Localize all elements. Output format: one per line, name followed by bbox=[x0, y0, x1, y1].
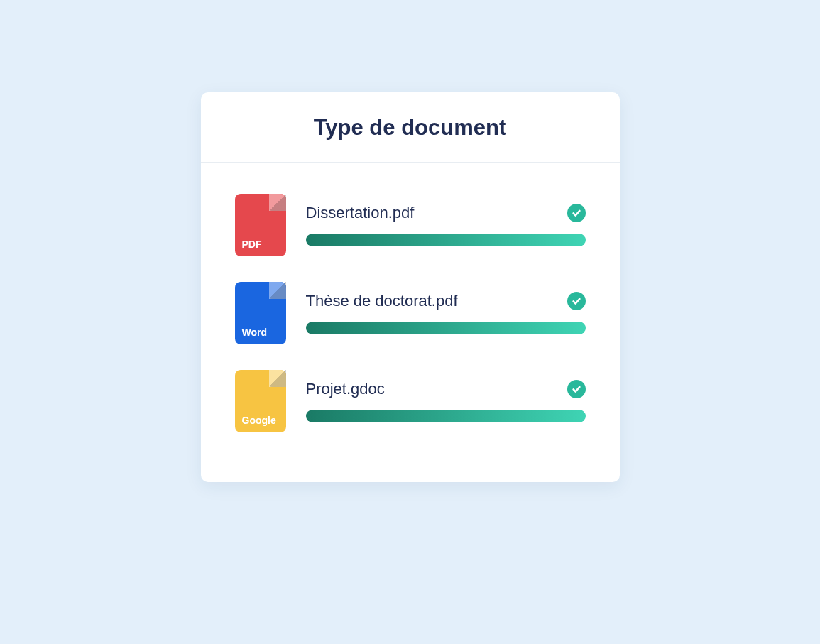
pdf-file-icon: PDF bbox=[235, 194, 286, 256]
check-icon bbox=[567, 204, 586, 222]
file-info: Projet.gdoc bbox=[306, 380, 586, 422]
word-file-icon: Word bbox=[235, 282, 286, 344]
file-info: Dissertation.pdf bbox=[306, 204, 586, 246]
file-top-row: Projet.gdoc bbox=[306, 380, 586, 398]
file-type-label: Word bbox=[242, 327, 268, 337]
file-type-label: PDF bbox=[242, 239, 262, 249]
file-row: Google Projet.gdoc bbox=[235, 370, 586, 432]
check-icon bbox=[567, 292, 586, 310]
folded-corner-icon bbox=[269, 194, 286, 211]
card-body: PDF Dissertation.pdf Word Thèse de doct bbox=[201, 163, 620, 482]
folded-corner-icon bbox=[269, 282, 286, 299]
progress-bar bbox=[306, 234, 586, 246]
file-name: Thèse de doctorat.pdf bbox=[306, 292, 458, 310]
document-type-card: Type de document PDF Dissertation.pdf bbox=[201, 92, 620, 482]
file-type-label: Google bbox=[242, 415, 276, 425]
folded-corner-icon bbox=[269, 370, 286, 387]
progress-bar bbox=[306, 410, 586, 422]
file-row: PDF Dissertation.pdf bbox=[235, 194, 586, 256]
card-header: Type de document bbox=[201, 92, 620, 163]
card-title: Type de document bbox=[201, 115, 620, 141]
file-top-row: Thèse de doctorat.pdf bbox=[306, 292, 586, 310]
file-name: Projet.gdoc bbox=[306, 380, 385, 398]
file-info: Thèse de doctorat.pdf bbox=[306, 292, 586, 334]
google-file-icon: Google bbox=[235, 370, 286, 432]
file-top-row: Dissertation.pdf bbox=[306, 204, 586, 222]
file-row: Word Thèse de doctorat.pdf bbox=[235, 282, 586, 344]
progress-bar bbox=[306, 322, 586, 334]
check-icon bbox=[567, 380, 586, 398]
file-name: Dissertation.pdf bbox=[306, 204, 415, 222]
